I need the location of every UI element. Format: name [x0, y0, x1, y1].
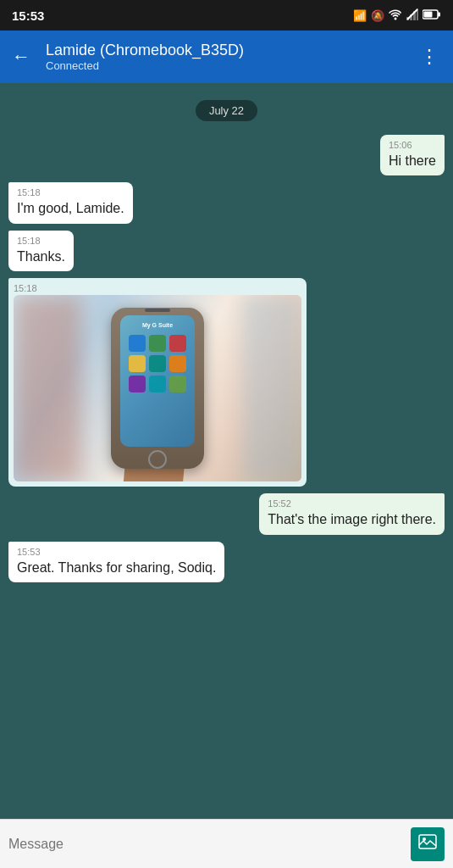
image-send-icon [418, 834, 437, 854]
status-time: 15:53 [12, 8, 44, 23]
message-text: Hi there [389, 152, 436, 170]
bubble-incoming: 15:18 I'm good, Lamide. [8, 182, 133, 223]
signal-icon [406, 8, 418, 23]
message-time: 15:06 [389, 140, 436, 150]
message-time: 15:53 [17, 547, 216, 557]
app-bar: ← Lamide (Chromebook_B35D) Connected ⋮ [0, 31, 453, 83]
menu-button[interactable]: ⋮ [415, 42, 445, 71]
message-input[interactable] [8, 827, 402, 861]
message-row: 15:18 I'm good, Lamide. [8, 182, 445, 223]
svg-rect-4 [413, 11, 416, 20]
input-bar [0, 819, 453, 868]
wifi-icon [389, 8, 402, 23]
message-text: I'm good, Lamide. [17, 199, 124, 218]
message-time: 15:52 [268, 498, 436, 509]
svg-rect-5 [417, 8, 418, 20]
message-row: 15:52 That's the image right there. [8, 493, 445, 534]
svg-rect-3 [410, 14, 412, 20]
message-text: Great. Thanks for sharing, Sodiq. [17, 559, 216, 577]
svg-rect-8 [438, 12, 440, 16]
mute-icon: 🔕 [371, 9, 384, 22]
date-badge: July 22 [196, 100, 257, 121]
status-icons: 📶 🔕 [353, 8, 441, 23]
status-bar: 15:53 📶 🔕 [0, 0, 453, 31]
message-row: 15:18 Thanks. [8, 231, 445, 271]
bluetooth-icon: 📶 [353, 9, 367, 22]
contact-info[interactable]: Lamide (Chromebook_B35D) Connected [46, 42, 403, 72]
message-time: 15:18 [14, 283, 301, 293]
message-time: 15:18 [17, 236, 65, 246]
bubble-image[interactable]: 15:18 My G Suite [8, 278, 307, 487]
svg-rect-7 [424, 11, 433, 17]
message-row: 15:06 Hi there [8, 135, 445, 175]
bubble-outgoing: 15:06 Hi there [380, 135, 445, 175]
chat-area: July 22 15:06 Hi there 15:18 I'm good, L… [0, 83, 453, 819]
contact-name: Lamide (Chromebook_B35D) [46, 42, 403, 59]
message-time: 15:18 [17, 187, 124, 198]
back-button[interactable]: ← [8, 42, 34, 71]
message-text: Thanks. [17, 248, 65, 266]
message-row: 15:18 My G Suite [8, 278, 445, 487]
svg-rect-2 [406, 17, 409, 20]
bubble-incoming: 15:18 Thanks. [8, 231, 74, 271]
image-content: My G Suite [14, 295, 301, 481]
battery-icon [423, 9, 441, 22]
bubble-outgoing: 15:52 That's the image right there. [259, 493, 445, 534]
message-text: That's the image right there. [268, 510, 436, 529]
send-button[interactable] [411, 827, 445, 861]
connection-status: Connected [46, 59, 403, 72]
bubble-incoming: 15:53 Great. Thanks for sharing, Sodiq. [8, 542, 224, 582]
svg-point-0 [395, 17, 397, 19]
message-row: 15:53 Great. Thanks for sharing, Sodiq. [8, 542, 445, 582]
